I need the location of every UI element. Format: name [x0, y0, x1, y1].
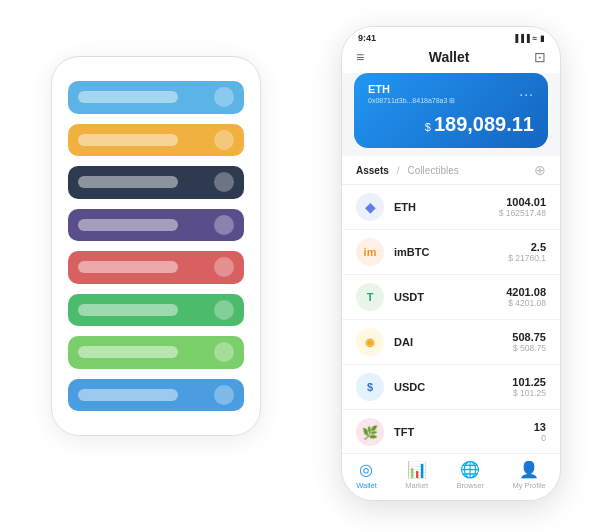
list-item[interactable]	[68, 336, 244, 369]
usdc-icon: $	[356, 373, 384, 401]
phone-header: ≡ Wallet ⊡	[342, 43, 560, 73]
asset-amounts-dai: 508.75 $ 508.75	[512, 331, 546, 353]
card-bar	[78, 219, 178, 231]
status-icons: ▐▐▐ ≈ ▮	[513, 34, 544, 43]
wallet-balance: $189,089.11	[368, 113, 534, 136]
card-icon	[214, 87, 234, 107]
asset-name-eth: ETH	[394, 201, 489, 213]
asset-name-usdc: USDC	[394, 381, 502, 393]
asset-amount-usdt: 4201.08	[506, 286, 546, 298]
wallet-card-title: ETH	[368, 83, 534, 95]
asset-name-tft: TFT	[394, 426, 524, 438]
asset-amounts-usdc: 101.25 $ 101.25	[512, 376, 546, 398]
list-item[interactable]	[68, 81, 244, 114]
nav-profile[interactable]: 👤 My Profile	[512, 460, 545, 490]
card-icon	[214, 342, 234, 362]
asset-amount-usdc: 101.25	[512, 376, 546, 388]
nav-browser[interactable]: 🌐 Browser	[457, 460, 485, 490]
card-icon	[214, 300, 234, 320]
asset-name-imbtc: imBTC	[394, 246, 498, 258]
scene: 9:41 ▐▐▐ ≈ ▮ ≡ Wallet ⊡ ... ETH 0x08711d…	[31, 16, 571, 516]
asset-usd-usdc: $ 101.25	[512, 388, 546, 398]
list-item[interactable]	[68, 166, 244, 199]
nav-market[interactable]: 📊 Market	[405, 460, 428, 490]
card-bar	[78, 134, 178, 146]
asset-usd-tft: 0	[534, 433, 546, 443]
address-copy-icon[interactable]: ⊞	[449, 97, 455, 104]
asset-row-eth[interactable]: ◆ ETH 1004.01 $ 162517.48	[342, 185, 560, 230]
card-bar	[78, 304, 178, 316]
assets-header: Assets / Collectibles ⊕	[342, 156, 560, 185]
status-time: 9:41	[358, 33, 376, 43]
card-bar	[78, 176, 178, 188]
profile-nav-icon: 👤	[519, 460, 539, 479]
expand-icon[interactable]: ⊡	[534, 49, 546, 65]
list-item[interactable]	[68, 294, 244, 327]
wallet-nav-label: Wallet	[356, 481, 377, 490]
eth-icon: ◆	[356, 193, 384, 221]
browser-nav-label: Browser	[457, 481, 485, 490]
card-bar	[78, 389, 178, 401]
card-bar	[78, 261, 178, 273]
tab-separator: /	[397, 165, 400, 176]
card-bar	[78, 91, 178, 103]
wallet-card-address: 0x08711d3b...8418a78a3 ⊞	[368, 97, 534, 105]
assets-tabs: Assets / Collectibles	[356, 165, 459, 176]
tab-assets[interactable]: Assets	[356, 165, 389, 176]
asset-row-imbtc[interactable]: im imBTC 2.5 $ 21760.1	[342, 230, 560, 275]
card-bar	[78, 346, 178, 358]
asset-amounts-usdt: 4201.08 $ 4201.08	[506, 286, 546, 308]
profile-nav-label: My Profile	[512, 481, 545, 490]
list-item[interactable]	[68, 379, 244, 412]
list-item[interactable]	[68, 209, 244, 242]
page-title: Wallet	[364, 49, 534, 65]
asset-row-tft[interactable]: 🌿 TFT 13 0	[342, 410, 560, 453]
asset-row-dai[interactable]: ◉ DAI 508.75 $ 508.75	[342, 320, 560, 365]
bottom-nav: ◎ Wallet 📊 Market 🌐 Browser 👤 My Profile	[342, 453, 560, 500]
wallet-nav-icon: ◎	[359, 460, 373, 479]
foreground-phone: 9:41 ▐▐▐ ≈ ▮ ≡ Wallet ⊡ ... ETH 0x08711d…	[341, 26, 561, 501]
tft-icon: 🌿	[356, 418, 384, 446]
imbtc-icon: im	[356, 238, 384, 266]
list-item[interactable]	[68, 251, 244, 284]
market-nav-icon: 📊	[407, 460, 427, 479]
asset-amounts-eth: 1004.01 $ 162517.48	[499, 196, 546, 218]
menu-icon[interactable]: ≡	[356, 49, 364, 65]
wallet-card[interactable]: ... ETH 0x08711d3b...8418a78a3 ⊞ $189,08…	[354, 73, 548, 148]
tab-collectibles[interactable]: Collectibles	[408, 165, 459, 176]
signal-icon: ▐▐▐	[513, 34, 530, 43]
asset-amount-eth: 1004.01	[499, 196, 546, 208]
card-icon	[214, 385, 234, 405]
card-icon	[214, 130, 234, 150]
card-icon	[214, 215, 234, 235]
nav-wallet[interactable]: ◎ Wallet	[356, 460, 377, 490]
card-icon	[214, 172, 234, 192]
asset-amounts-tft: 13 0	[534, 421, 546, 443]
asset-amount-tft: 13	[534, 421, 546, 433]
asset-usd-usdt: $ 4201.08	[506, 298, 546, 308]
browser-nav-icon: 🌐	[460, 460, 480, 479]
usdt-icon: T	[356, 283, 384, 311]
assets-list: ◆ ETH 1004.01 $ 162517.48 im imBTC 2.5 $…	[342, 185, 560, 453]
asset-usd-eth: $ 162517.48	[499, 208, 546, 218]
asset-name-usdt: USDT	[394, 291, 496, 303]
asset-row-usdt[interactable]: T USDT 4201.08 $ 4201.08	[342, 275, 560, 320]
asset-name-dai: DAI	[394, 336, 502, 348]
card-icon	[214, 257, 234, 277]
wifi-icon: ≈	[533, 34, 537, 43]
currency-symbol: $	[425, 121, 431, 133]
background-phone	[51, 56, 261, 436]
asset-usd-imbtc: $ 21760.1	[508, 253, 546, 263]
battery-icon: ▮	[540, 34, 544, 43]
asset-amount-dai: 508.75	[512, 331, 546, 343]
asset-row-usdc[interactable]: $ USDC 101.25 $ 101.25	[342, 365, 560, 410]
asset-amounts-imbtc: 2.5 $ 21760.1	[508, 241, 546, 263]
dai-icon: ◉	[356, 328, 384, 356]
list-item[interactable]	[68, 124, 244, 157]
asset-usd-dai: $ 508.75	[512, 343, 546, 353]
market-nav-label: Market	[405, 481, 428, 490]
status-bar: 9:41 ▐▐▐ ≈ ▮	[342, 27, 560, 43]
asset-amount-imbtc: 2.5	[508, 241, 546, 253]
add-asset-button[interactable]: ⊕	[534, 162, 546, 178]
